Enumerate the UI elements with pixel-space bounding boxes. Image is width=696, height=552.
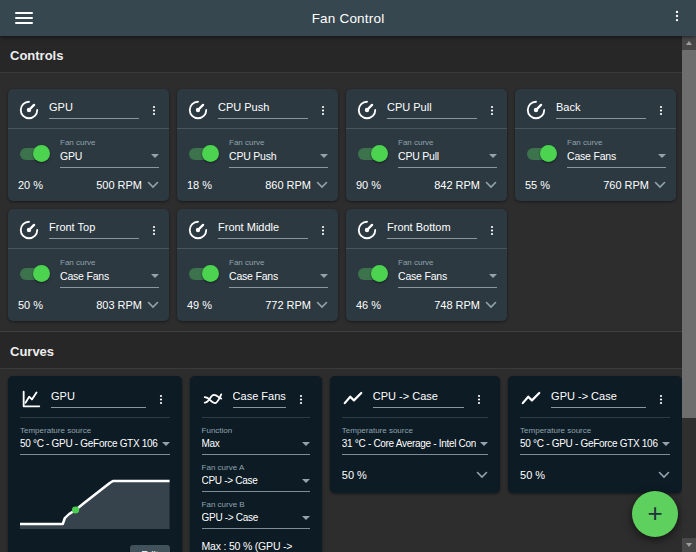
chevron-down-icon[interactable] bbox=[485, 181, 497, 189]
scrollbar[interactable] bbox=[682, 36, 696, 552]
fan-name-field[interactable]: CPU Push bbox=[218, 101, 308, 119]
dropdown-caret-icon[interactable] bbox=[151, 154, 159, 158]
curve-field-dropdown[interactable]: Temperature source 50 °C - GPU - GeForce… bbox=[520, 426, 670, 455]
dropdown-caret-icon[interactable] bbox=[662, 442, 670, 446]
curve-field-dropdown[interactable]: Fan curve A CPU -> Case bbox=[202, 463, 310, 492]
kebab-icon[interactable] bbox=[145, 223, 163, 238]
kebab-icon[interactable] bbox=[152, 392, 170, 407]
fan-enable-toggle[interactable] bbox=[20, 268, 47, 280]
curve-fields: Temperature source 50 °C - GPU - GeForce… bbox=[520, 426, 670, 455]
field-value[interactable]: GPU -> Case bbox=[202, 512, 298, 523]
kebab-icon[interactable] bbox=[470, 392, 488, 407]
fan-name[interactable]: GPU bbox=[49, 101, 139, 119]
edit-button[interactable]: Edit bbox=[130, 545, 169, 552]
dropdown-caret-icon[interactable] bbox=[489, 274, 497, 278]
chevron-down-icon[interactable] bbox=[485, 301, 497, 309]
kebab-icon[interactable] bbox=[652, 103, 670, 118]
dropdown-caret-icon[interactable] bbox=[489, 154, 497, 158]
curve-name[interactable]: Case Fans bbox=[233, 390, 286, 408]
fan-enable-toggle[interactable] bbox=[358, 148, 385, 160]
curve-name[interactable]: GPU bbox=[51, 390, 146, 408]
chevron-down-icon[interactable] bbox=[658, 471, 670, 479]
kebab-icon[interactable] bbox=[314, 223, 332, 238]
fan-curve-dropdown[interactable]: Fan curve GPU bbox=[60, 138, 159, 168]
kebab-icon[interactable] bbox=[483, 103, 501, 118]
kebab-icon[interactable] bbox=[145, 103, 163, 118]
dropdown-caret-icon[interactable] bbox=[162, 442, 170, 446]
curve-field-dropdown[interactable]: Temperature source 50 °C - GPU - GeForce… bbox=[20, 426, 170, 455]
fan-curve-dropdown[interactable]: Fan curve CPU Push bbox=[229, 138, 328, 168]
scroll-down-button[interactable] bbox=[682, 538, 696, 552]
fan-name-field[interactable]: GPU bbox=[49, 101, 139, 119]
curve-field-dropdown[interactable]: Function Max bbox=[202, 426, 310, 455]
curve-chart[interactable] bbox=[20, 469, 170, 531]
fan-curve-value[interactable]: CPU Pull bbox=[398, 150, 485, 162]
chevron-down-icon[interactable] bbox=[316, 301, 328, 309]
fan-curve-value[interactable]: GPU bbox=[60, 150, 147, 162]
fan-name-field[interactable]: Front Middle bbox=[218, 221, 308, 239]
fan-curve-value[interactable]: Case Fans bbox=[60, 270, 147, 282]
fan-curve-dropdown[interactable]: Fan curve Case Fans bbox=[567, 138, 666, 168]
scrollbar-thumb[interactable] bbox=[682, 50, 696, 418]
fan-name-field[interactable]: Front Bottom bbox=[387, 221, 477, 239]
card-body: Fan curve Case Fans bbox=[346, 249, 507, 288]
chart-dot[interactable] bbox=[72, 507, 79, 514]
field-value[interactable]: Max bbox=[202, 438, 298, 449]
fan-enable-toggle[interactable] bbox=[189, 148, 216, 160]
curve-name-field[interactable]: Case Fans bbox=[233, 390, 286, 408]
chevron-down-icon[interactable] bbox=[316, 181, 328, 189]
add-button[interactable]: + bbox=[632, 491, 678, 537]
field-value[interactable]: 50 °C - GPU - GeForce GTX 106 bbox=[20, 438, 158, 449]
fan-enable-toggle[interactable] bbox=[20, 148, 47, 160]
chevron-down-icon[interactable] bbox=[476, 471, 488, 479]
fan-curve-value[interactable]: Case Fans bbox=[567, 150, 654, 162]
curve-name[interactable]: GPU -> Case bbox=[551, 390, 646, 408]
curve-name[interactable]: CPU -> Case bbox=[373, 390, 464, 408]
field-value[interactable]: 50 °C - GPU - GeForce GTX 106 bbox=[520, 438, 658, 449]
fan-curve-value[interactable]: Case Fans bbox=[398, 270, 485, 282]
dropdown-caret-icon[interactable] bbox=[302, 479, 310, 483]
dropdown-caret-icon[interactable] bbox=[480, 442, 488, 446]
curve-name-field[interactable]: GPU bbox=[51, 390, 146, 408]
curve-field-dropdown[interactable]: Temperature source 31 °C - Core Average … bbox=[342, 426, 488, 455]
fan-name[interactable]: Back bbox=[556, 101, 646, 119]
chevron-down-icon[interactable] bbox=[147, 301, 159, 309]
curve-field-dropdown[interactable]: Fan curve B GPU -> Case bbox=[202, 500, 310, 529]
fan-name[interactable]: CPU Push bbox=[218, 101, 308, 119]
fan-curve-dropdown[interactable]: Fan curve Case Fans bbox=[398, 258, 497, 288]
fan-curve-value[interactable]: Case Fans bbox=[229, 270, 316, 282]
fan-curve-dropdown[interactable]: Fan curve CPU Pull bbox=[398, 138, 497, 168]
curve-name-field[interactable]: GPU -> Case bbox=[551, 390, 646, 408]
fan-curve-dropdown[interactable]: Fan curve Case Fans bbox=[60, 258, 159, 288]
card-body: Fan curve Case Fans bbox=[8, 249, 169, 288]
dropdown-caret-icon[interactable] bbox=[320, 274, 328, 278]
fan-enable-toggle[interactable] bbox=[358, 268, 385, 280]
kebab-icon[interactable] bbox=[292, 392, 310, 407]
chevron-down-icon[interactable] bbox=[654, 181, 666, 189]
dropdown-caret-icon[interactable] bbox=[151, 274, 159, 278]
dropdown-caret-icon[interactable] bbox=[320, 154, 328, 158]
fan-curve-dropdown[interactable]: Fan curve Case Fans bbox=[229, 258, 328, 288]
fan-name[interactable]: Front Bottom bbox=[387, 221, 477, 239]
fan-name-field[interactable]: Back bbox=[556, 101, 646, 119]
curve-name-field[interactable]: CPU -> Case bbox=[373, 390, 464, 408]
chevron-down-icon[interactable] bbox=[147, 181, 159, 189]
kebab-icon[interactable] bbox=[652, 392, 670, 407]
fan-name-field[interactable]: Front Top bbox=[49, 221, 139, 239]
fan-curve-value[interactable]: CPU Push bbox=[229, 150, 316, 162]
fan-name[interactable]: Front Middle bbox=[218, 221, 308, 239]
fan-enable-toggle[interactable] bbox=[527, 148, 554, 160]
kebab-icon[interactable] bbox=[483, 223, 501, 238]
kebab-icon[interactable] bbox=[314, 103, 332, 118]
fan-name-field[interactable]: CPU Pull bbox=[387, 101, 477, 119]
field-value[interactable]: 31 °C - Core Average - Intel Con bbox=[342, 438, 476, 449]
dropdown-caret-icon[interactable] bbox=[658, 154, 666, 158]
fan-name[interactable]: CPU Pull bbox=[387, 101, 477, 119]
scroll-up-button[interactable] bbox=[682, 36, 696, 50]
dropdown-caret-icon[interactable] bbox=[302, 516, 310, 520]
gauge-icon bbox=[356, 219, 378, 241]
fan-enable-toggle[interactable] bbox=[189, 268, 216, 280]
field-value[interactable]: CPU -> Case bbox=[202, 475, 298, 486]
dropdown-caret-icon[interactable] bbox=[302, 442, 310, 446]
fan-name[interactable]: Front Top bbox=[49, 221, 139, 239]
